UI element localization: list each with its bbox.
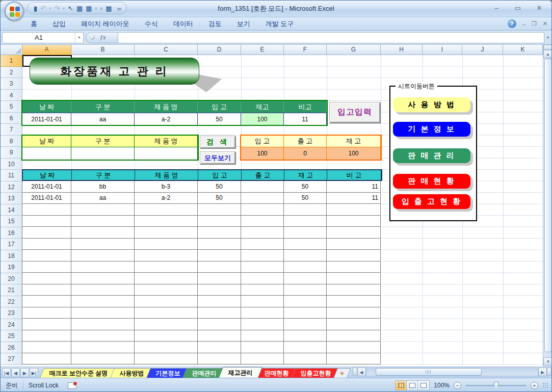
stock-header-7[interactable]: 비 고	[327, 170, 381, 180]
stock-cell[interactable]	[22, 227, 71, 239]
stock-cell[interactable]	[22, 204, 71, 216]
stock-cell[interactable]	[198, 284, 241, 296]
row-header-13[interactable]: 13	[1, 193, 22, 204]
stock-cell[interactable]	[71, 227, 135, 239]
inbound-entry-button[interactable]: 입고입력	[329, 102, 380, 123]
stock-cell[interactable]	[22, 307, 71, 319]
stock-cell[interactable]	[71, 239, 135, 250]
stock-cell[interactable]	[327, 296, 381, 307]
row-header-14[interactable]: 14	[1, 204, 22, 216]
stock-cell[interactable]: 50	[198, 193, 241, 204]
ribbon-tab-2[interactable]: 삽입	[46, 18, 72, 30]
row-header-1[interactable]: 1	[1, 55, 22, 67]
stock-cell[interactable]	[198, 262, 241, 273]
stock-cell[interactable]	[327, 273, 381, 284]
horizontal-scroll-track[interactable]	[366, 368, 538, 376]
row-header-17[interactable]: 17	[1, 239, 22, 250]
scroll-right-icon[interactable]: ▶	[538, 368, 547, 376]
stock-cell[interactable]	[241, 250, 284, 262]
column-header-B[interactable]: B	[71, 45, 135, 55]
row-header-18[interactable]: 18	[1, 250, 22, 262]
stock-cell[interactable]	[241, 296, 284, 307]
sheet-nav-button-1[interactable]: 사 용 방 법	[393, 97, 470, 112]
stock-cell[interactable]	[241, 181, 284, 193]
inbound-header-category[interactable]: 구 분	[71, 101, 135, 113]
stock-cell[interactable]: 2011-01-01	[22, 193, 71, 204]
ribbon-tab-5[interactable]: 데이터	[167, 18, 200, 30]
stock-cell[interactable]	[327, 319, 381, 330]
stock-cell[interactable]	[71, 342, 135, 353]
stock-cell[interactable]	[71, 284, 135, 296]
stock-cell[interactable]	[135, 319, 198, 330]
help-icon[interactable]: ?	[508, 19, 516, 28]
stock-cell[interactable]	[241, 353, 284, 365]
tab-split-handle[interactable]	[353, 368, 357, 376]
stock-cell[interactable]	[198, 307, 241, 319]
stock-cell[interactable]	[241, 204, 284, 216]
inbound-cell-note[interactable]: 11	[284, 113, 327, 125]
maximize-button[interactable]: ▭	[511, 4, 525, 13]
stock-cell[interactable]	[198, 273, 241, 284]
stock-cell[interactable]	[135, 330, 198, 342]
stock-cell[interactable]	[241, 216, 284, 227]
row-header-21[interactable]: 21	[1, 284, 22, 296]
workbook-restore-button[interactable]: ❐	[532, 20, 537, 27]
stock-cell[interactable]	[135, 296, 198, 307]
stock-cell[interactable]	[71, 296, 135, 307]
stock-cell[interactable]	[22, 319, 71, 330]
column-header-H[interactable]: H	[381, 45, 423, 55]
search-header-category[interactable]: 구 분	[71, 136, 135, 147]
stock-cell[interactable]	[284, 239, 327, 250]
stock-cell[interactable]	[241, 227, 284, 239]
stock-cell[interactable]	[198, 353, 241, 365]
stock-cell[interactable]	[22, 250, 71, 262]
stock-cell[interactable]: aa	[71, 193, 135, 204]
vertical-split-handle[interactable]	[543, 45, 552, 50]
stock-cell[interactable]	[71, 262, 135, 273]
stock-cell[interactable]	[71, 353, 135, 365]
row-header-2[interactable]: 2	[1, 67, 22, 79]
last-sheet-icon[interactable]: ▶|	[30, 368, 38, 377]
column-header-J[interactable]: J	[462, 45, 503, 55]
stock-cell[interactable]	[135, 250, 198, 262]
zoom-in-icon[interactable]: +	[531, 382, 538, 389]
ribbon-tab-1[interactable]: 홈	[24, 18, 44, 30]
insert-function-button[interactable]: ƒx	[86, 32, 118, 43]
stock-cell[interactable]	[284, 204, 327, 216]
stock-header-6[interactable]: 재 고	[284, 170, 327, 180]
stock-cell[interactable]	[71, 216, 135, 227]
row-header-26[interactable]: 26	[1, 342, 22, 354]
row-header-6[interactable]: 6	[1, 113, 22, 124]
show-all-button[interactable]: 모두보기	[200, 151, 235, 164]
minimize-button[interactable]: –	[489, 4, 504, 13]
stock-cell[interactable]	[284, 319, 327, 330]
stock-cell[interactable]	[135, 216, 198, 227]
horizontal-scrollbar[interactable]: ◀ ▶	[353, 367, 551, 378]
stock-header-5[interactable]: 출 고	[242, 170, 284, 180]
workbook-minimize-button[interactable]: –	[522, 21, 525, 27]
stock-cell[interactable]	[22, 342, 71, 353]
row-header-24[interactable]: 24	[1, 319, 22, 331]
column-header-G[interactable]: G	[327, 45, 381, 55]
stock-cell[interactable]	[135, 353, 198, 365]
stock-cell[interactable]	[71, 319, 135, 330]
stock-cell[interactable]	[284, 353, 327, 365]
summary-header-in[interactable]: 입 고	[241, 136, 284, 147]
stock-cell[interactable]	[198, 239, 241, 250]
summary-header-stock[interactable]: 재 고	[327, 136, 381, 147]
row-header-10[interactable]: 10	[1, 159, 22, 170]
stock-cell[interactable]	[284, 227, 327, 239]
select-all-corner[interactable]	[1, 45, 22, 55]
stock-cell[interactable]	[284, 296, 327, 307]
stock-cell[interactable]	[135, 262, 198, 273]
row-header-19[interactable]: 19	[1, 262, 22, 273]
stock-cell[interactable]	[198, 342, 241, 353]
first-sheet-icon[interactable]: |◀	[2, 368, 11, 377]
inbound-header-in[interactable]: 입 고	[198, 101, 241, 113]
stock-cell[interactable]	[22, 273, 71, 284]
ribbon-tab-6[interactable]: 검토	[202, 18, 228, 30]
search-button[interactable]: 검 색	[200, 136, 235, 148]
stock-header-3[interactable]: 제 품 명	[135, 170, 198, 180]
row-header-12[interactable]: 12	[1, 181, 22, 193]
stock-cell[interactable]	[284, 307, 327, 319]
